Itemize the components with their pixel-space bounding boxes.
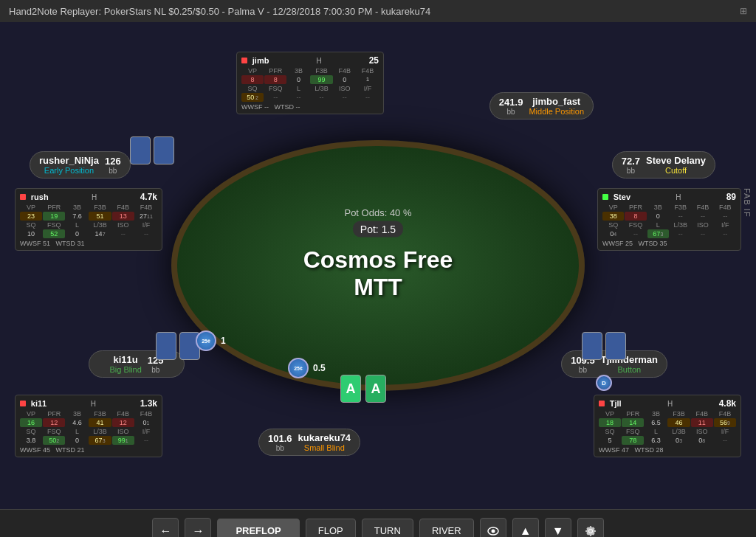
pot-amount: Pot: 1.5 <box>353 221 403 237</box>
poker-table: Pot Odds: 40 % Pot: 1.5 Cosmos Free MTT <box>171 140 585 391</box>
hero-card-2: A <box>365 375 386 403</box>
card-facedown-5 <box>582 332 602 360</box>
ki11-wwsf-row: WWSF 45 WTSD 21 <box>20 446 157 454</box>
card-facedown-6 <box>605 332 626 360</box>
hero-cards: A A <box>340 375 387 403</box>
hero-card-1: A <box>340 375 361 403</box>
svg-point-1 <box>491 529 495 533</box>
pot-odds: Pot Odds: 40 % <box>278 207 478 218</box>
seat-bubble-steve: 72.7 bb Steve Delany Cutoff <box>612 151 715 179</box>
jimb-wwsf-row: WWSF -- WTSD -- <box>241 103 379 111</box>
up-button[interactable]: ▲ <box>512 518 539 538</box>
card-facedown-2 <box>154 136 174 164</box>
title-text: Hand2Note Replayer: PokerStars NL $0.25/… <box>9 6 430 17</box>
rush-indicator <box>20 194 26 200</box>
player-panel-ki11: ki11 H 1.3k VPPFR3BF3BF4BF4B 16 12 4.6 4… <box>15 395 162 457</box>
tjll-cards <box>581 332 627 360</box>
jimb-indicator <box>241 58 247 63</box>
corner-icon: ⊞ <box>740 6 747 16</box>
seat-bubble-rusher: rusher_NiNja Early Position 126 bb <box>30 151 131 179</box>
settings-button[interactable] <box>577 518 604 538</box>
gear-icon <box>585 525 597 537</box>
player-panel-jimb: jimb H 25 VPPFR3BF3BF4BF4B 8 8 0 99 0 1 … <box>236 52 384 114</box>
dealer-button: D <box>596 375 612 391</box>
stev-indicator <box>602 194 608 200</box>
ki11-indicator <box>20 401 26 406</box>
rush-wwsf-row: WWSF 51 WTSD 31 <box>20 240 157 247</box>
chip-token-center: 25¢ <box>288 358 309 378</box>
prev-button[interactable]: ← <box>152 518 179 538</box>
stev-wwsf-row: WWSF 25 WTSD 35 <box>602 240 736 247</box>
bottom-nav-bar: ← → PREFLOP FLOP TURN RIVER ▲ ▼ <box>0 509 756 537</box>
chip-left-val: 1 <box>221 336 226 346</box>
seat-bubble-jimbo: 241.9 bb jimbo_fast Middle Position <box>489 92 594 119</box>
main-area: Pot Odds: 40 % Pot: 1.5 Cosmos Free MTT … <box>0 22 756 509</box>
tjll-wwsf-row: WWSF 47 WTSD 28 <box>599 446 736 454</box>
ki11u-cards <box>155 332 201 360</box>
chip-left-area: 25¢ 1 <box>196 330 226 351</box>
table-center: Pot Odds: 40 % Pot: 1.5 Cosmos Free MTT <box>278 207 478 300</box>
jimb-pfr: 8 <box>264 75 286 84</box>
chip-center-area: 25¢ 0.5 <box>288 358 326 378</box>
card-facedown-3 <box>156 332 176 360</box>
flop-button[interactable]: FLOP <box>306 519 356 537</box>
titlebar: Hand2Note Replayer: PokerStars NL $0.25/… <box>0 0 756 22</box>
preflop-button[interactable]: PREFLOP <box>217 519 299 537</box>
player-panel-tjll: Tjll H 4.8k VPPFR3BF3BF4BF4B 18 14 6.5 4… <box>594 395 741 457</box>
next-button[interactable]: → <box>185 518 211 538</box>
tjll-indicator <box>599 401 605 406</box>
turn-button[interactable]: TURN <box>362 519 413 537</box>
rusher-cards <box>129 136 175 164</box>
card-facedown-1 <box>130 136 151 164</box>
eye-icon <box>487 527 499 536</box>
down-button[interactable]: ▼ <box>545 518 571 538</box>
player-panel-rush: rush H 4.7k VPPFR3BF3BF4BF4B 23 19 7.6 5… <box>15 188 162 251</box>
table-title: Cosmos Free MTT <box>278 246 478 300</box>
eye-button[interactable] <box>480 518 506 538</box>
jimb-vp: 8 <box>241 75 264 84</box>
fab-if-label: FAB IF <box>743 188 752 218</box>
river-button[interactable]: RIVER <box>419 519 474 537</box>
chip-token-left: 25¢ <box>196 330 216 351</box>
player-panel-stev: Stev H 89 VPPFR3BF3BF4BF4B 38 8 0 -- -- … <box>597 188 741 251</box>
chip-center-val: 0.5 <box>313 363 326 373</box>
seat-bubble-kukareku: 101.6 bb kukareku74 Small Blind <box>258 429 360 456</box>
